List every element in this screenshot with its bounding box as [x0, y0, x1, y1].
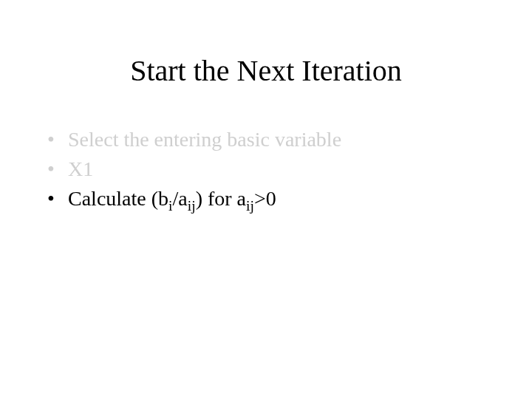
bullet-item-1: • Select the entering basic variable — [47, 126, 485, 154]
bullet-text: Select the entering basic variable — [68, 126, 341, 154]
slide-body: • Select the entering basic variable • X… — [47, 126, 485, 214]
formula-subscript: ij — [188, 197, 196, 213]
slide-title: Start the Next Iteration — [0, 53, 532, 88]
formula-part: ) for a — [196, 187, 246, 210]
bullet-glyph: • — [47, 185, 68, 213]
bullet-item-3: • Calculate (bi/aij) for aij>0 — [47, 185, 485, 213]
bullet-glyph: • — [47, 126, 68, 154]
formula-subscript: ij — [246, 197, 254, 213]
bullet-item-2: • X1 — [47, 155, 485, 183]
bullet-text: Calculate (bi/aij) for aij>0 — [68, 185, 276, 213]
bullet-glyph: • — [47, 155, 68, 183]
formula-part: Calculate (b — [68, 187, 168, 210]
slide: Start the Next Iteration • Select the en… — [0, 0, 532, 399]
bullet-text: X1 — [68, 155, 93, 183]
formula-part: /a — [173, 187, 188, 210]
formula-part: >0 — [254, 187, 276, 210]
